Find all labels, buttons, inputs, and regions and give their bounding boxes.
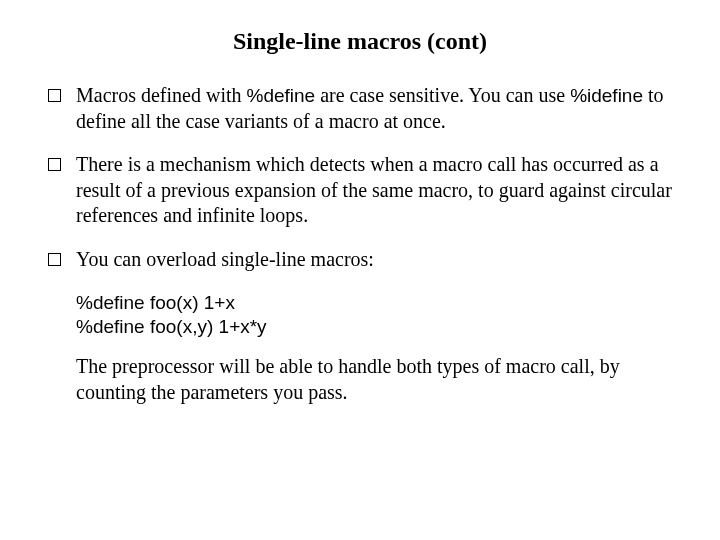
- bullet-list: Macros defined with %define are case sen…: [48, 83, 672, 273]
- inline-code: %define: [247, 85, 316, 106]
- slide: Single-line macros (cont) Macros defined…: [0, 0, 720, 540]
- inline-code: %idefine: [570, 85, 643, 106]
- bullet-text: Macros defined with: [76, 84, 247, 106]
- bullet-text: You can overload single-line macros:: [76, 248, 374, 270]
- bullet-item: Macros defined with %define are case sen…: [48, 83, 672, 134]
- bullet-item: You can overload single-line macros:: [48, 247, 672, 273]
- bullet-text: are case sensitive. You can use: [315, 84, 570, 106]
- slide-title: Single-line macros (cont): [48, 28, 672, 55]
- code-block: %define foo(x) 1+x %define foo(x,y) 1+x*…: [76, 291, 672, 340]
- bullet-item: There is a mechanism which detects when …: [48, 152, 672, 229]
- followup-text: The preprocessor will be able to handle …: [76, 354, 672, 405]
- bullet-text: There is a mechanism which detects when …: [76, 153, 672, 226]
